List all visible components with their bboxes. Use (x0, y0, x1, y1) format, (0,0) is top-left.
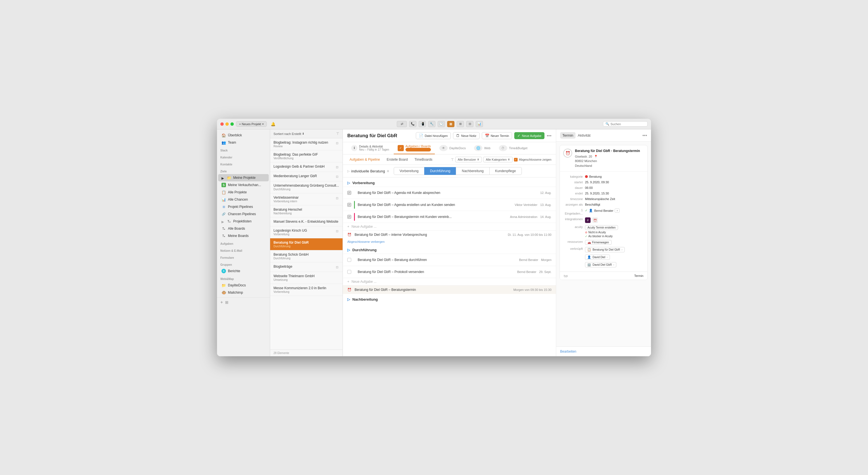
task-checkbox[interactable] (347, 270, 351, 274)
list-item[interactable]: Manuel Stevens e.K. - Entwicklung Websit… (270, 217, 343, 226)
project-doc-icon: ⊡ (335, 265, 339, 269)
sidebar-item-alle-chancen[interactable]: 📊 Alle Chancen (218, 196, 269, 203)
back-forward-icon[interactable]: ⇄ (397, 121, 407, 127)
sidebar-item-projektlisten[interactable]: ▶ Tₒ Projektlisten (218, 218, 269, 225)
neuer-termin-button[interactable]: 📅 Neuer Termin (482, 132, 512, 139)
sidebar-item-chancen-pipelines[interactable]: 🔗 Chancen Pipelines (218, 210, 269, 218)
sidebar-item-ueberblick[interactable]: 🏠 Überblick (218, 132, 269, 139)
new-project-button[interactable]: + Neues Projekt ▾ (236, 121, 267, 127)
phone-connect-icon[interactable]: 📲 (418, 121, 426, 127)
tab-erstelle-board[interactable]: Erstelle Board (384, 157, 410, 162)
meeting-item[interactable]: ⏰ Beratung für Diel GbR – interne Vorbes… (343, 230, 556, 239)
list-item[interactable]: Messe Kommunizieren 2.0 in Berlin Vorber… (270, 284, 343, 296)
sidebar-item-berichte[interactable]: B Berichte (218, 267, 269, 275)
list-item[interactable]: Logodesign Kirsch UG Vorbereitung ⊡ (270, 226, 343, 238)
team-icon: 👥 (221, 140, 226, 145)
task-checkbox[interactable] (347, 215, 351, 219)
list-item[interactable]: Webseite Thielmann GmbH Umsetzung (270, 272, 343, 284)
notification-icon[interactable]: 🔔 (269, 121, 277, 127)
verknuepft-item-company[interactable]: 🏢 David Diel GbR › (585, 262, 616, 267)
list-item[interactable]: Beratung Schick GmbH Durchführung (270, 250, 343, 262)
task-item[interactable]: Beratung für Diel GbR – Agenda mit Kunde… (343, 186, 556, 199)
sidebar-item-meine-boards[interactable]: Tₒ Meine Boards (218, 232, 269, 239)
more-actions-button[interactable]: ••• (547, 133, 552, 138)
sidebar-item-meine-projekte[interactable]: ▶ 📁 Meine Projekte (218, 174, 269, 181)
new-task-button[interactable]: + Neue Aufgabe ... (343, 223, 556, 230)
new-task-button2[interactable]: + Neue Aufgabe ... (343, 278, 556, 285)
search-input[interactable] (611, 123, 645, 126)
sidebar-item-projekt-pipelines[interactable]: ⊞ Projekt Pipelines (218, 203, 269, 210)
list-item[interactable]: Beratung Henschel Nachbereitung (270, 205, 343, 217)
tab-timeboards[interactable]: TimeBoards (412, 157, 435, 162)
sidebar-item-meine-verkaufschan[interactable]: S Meine Verkaufschan... (218, 181, 269, 189)
panel-more-button[interactable]: ••• (642, 133, 647, 138)
history-icon[interactable]: 🕐 (438, 121, 445, 127)
invited-expand-button[interactable]: › (615, 208, 619, 213)
panel-tab-termin[interactable]: Termin (560, 132, 576, 139)
tab-aufgaben-pipeline[interactable]: Aufgaben & Pipeline (347, 157, 382, 162)
grid-sidebar-icon[interactable]: ⊞ (225, 300, 228, 305)
kategorien-filter[interactable]: Alle Kategorien ⬇ (483, 157, 513, 162)
show-closed-toggle[interactable]: ✓ Abgeschlossene zeigen (514, 158, 552, 162)
search-bar[interactable]: 🔍 (603, 121, 648, 127)
bearbeiten-button[interactable]: Bearbeiten (560, 349, 576, 353)
stage-nachbereitung[interactable]: Nachbereitung (456, 167, 489, 175)
list-item[interactable]: Logodesign Geib & Partner GmbH ⊡ (270, 162, 343, 172)
list-view-icon[interactable]: ▦ (447, 121, 455, 127)
sidebar-item-alle-projekte[interactable]: 📋 Alle Projekte (218, 189, 269, 196)
tab-daylitedocs[interactable]: 👁 DayliteDocs (435, 143, 470, 154)
sidebar-item-daylitedocs[interactable]: 📁 DayliteDocs (218, 282, 269, 289)
task-item[interactable]: Beratung für Diel GbR – Beratungstermin … (343, 211, 556, 223)
list-item[interactable]: Unternehmensberatung Grünberg Consult...… (270, 181, 343, 193)
neue-aufgabe-button[interactable]: ✓ Neue Aufgabe (514, 132, 545, 139)
car-icon: 🚗 (588, 241, 591, 244)
close-button[interactable] (220, 123, 224, 126)
task-checkbox[interactable] (347, 191, 351, 195)
verknuepft-item-project[interactable]: 📋 Beratung für Diel GbR › (585, 247, 625, 252)
tools-icon[interactable]: 🔧 (428, 121, 435, 127)
panel-tab-aktivitaet[interactable]: Aktivität (576, 132, 593, 139)
detail-row-endet: endet 25. 9.2020, 15:30 (563, 191, 644, 196)
stage-kundenpflege[interactable]: Kundenpflege (489, 167, 522, 175)
tab-web[interactable]: 🌐 Web (470, 143, 494, 154)
sidebar-item-alle-boards[interactable]: Tₒ Alle Boards (218, 225, 269, 232)
tab-details[interactable]: ℹ Details & Aktivität Neu – Fällig in 17… (347, 142, 393, 154)
sidebar-item-team[interactable]: 👥 Team (218, 139, 269, 146)
task-checkbox[interactable] (347, 203, 351, 207)
acuity-create-button[interactable]: Acuity Termin erstellen (585, 225, 618, 230)
list-item[interactable]: Blogbeiträge ⊡ (270, 262, 343, 272)
collapsed-toggle[interactable]: Abgeschlossene verbergen (343, 239, 556, 244)
add-sidebar-icon[interactable]: + (220, 300, 223, 305)
phone-icon[interactable]: 📞 (409, 121, 416, 127)
list-item-active[interactable]: Beratung für Diel GbR Durchführung (270, 238, 343, 250)
task-checkbox[interactable] (347, 258, 351, 262)
red-x-icon: ⊘ (585, 231, 587, 234)
sidebar-item-mailchimp[interactable]: 🐵 Mailchimp (218, 289, 269, 296)
tab-aufgaben[interactable]: ✓ Aufgaben / Boards 2 verbleiben (394, 142, 435, 154)
list-item[interactable]: Blogbeitrag: Das perfekte GIF Veröffentl… (270, 150, 343, 162)
meine-boards-icon: Tₒ (221, 234, 226, 238)
tab-timebudget[interactable]: ⏱ Time&Budget (495, 143, 531, 154)
benutzer-filter[interactable]: Alle Benutzer ⬇ (455, 157, 482, 162)
task-item[interactable]: Beratung für Diel GbR – Beratung durchfü… (343, 254, 556, 266)
grid-icon[interactable]: ⊟ (466, 121, 473, 127)
fullscreen-button[interactable] (230, 123, 234, 126)
verknuepft-item-person[interactable]: 👤 David Diel › (585, 255, 610, 260)
columns-icon[interactable]: ⊞ (457, 121, 464, 127)
datei-hinzufuegen-button[interactable]: 📄 Datei hinzufügen (416, 132, 451, 139)
stage-durchfuehrung[interactable]: Durchführung (424, 167, 456, 175)
list-item[interactable]: Blogbeitrag: Instagram richtig nutzen Re… (270, 138, 343, 150)
projects-icon: 📋 (221, 190, 226, 195)
sort-button[interactable]: Sortiert nach Erstellt ⬇ (274, 132, 304, 136)
stage-vorbereitung[interactable]: Vorbereitung (394, 167, 425, 175)
detail-grid: kategorie Beratung startet 25. 9.2020, 0… (560, 172, 647, 272)
neue-notiz-button[interactable]: 🗒 Neue Notiz (453, 132, 479, 139)
list-item[interactable]: Vertriebsseminar Vorbereitung intern ⊡ (270, 193, 343, 205)
meeting-item-highlighted[interactable]: ⏰ Beratung für Diel GbR – Beratungstermi… (343, 285, 556, 294)
minimize-button[interactable] (225, 123, 229, 126)
chart-icon[interactable]: 📊 (476, 121, 483, 127)
filter-icon[interactable]: ⊤ (336, 132, 339, 136)
task-item[interactable]: Beratung für Diel GbR – Protokoll versen… (343, 266, 556, 278)
task-item[interactable]: Beratung für Diel GbR – Agenda erstellen… (343, 199, 556, 211)
list-item[interactable]: Medienberatung Langer GbR ⊡ (270, 172, 343, 181)
